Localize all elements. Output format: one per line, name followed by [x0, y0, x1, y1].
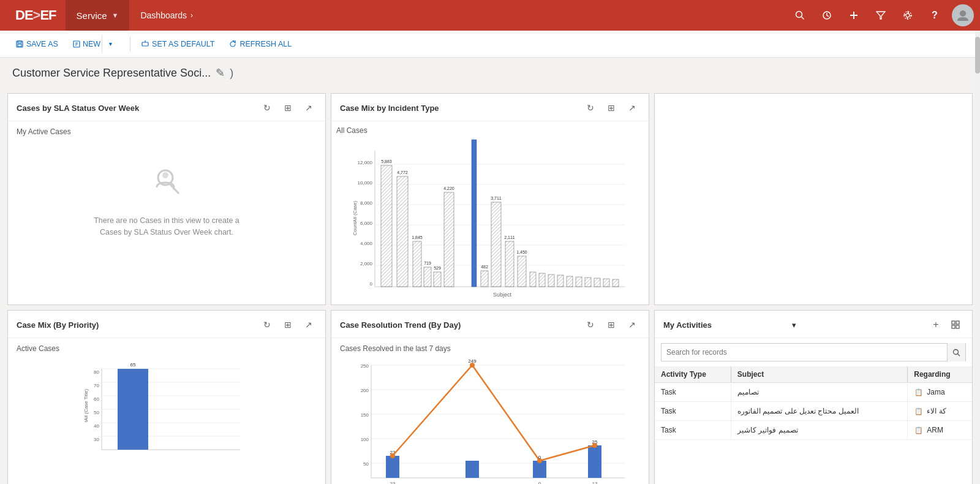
svg-text:529: 529: [434, 266, 441, 270]
nav-service[interactable]: Service ▼: [66, 0, 130, 31]
new-icon-btn[interactable]: [842, 3, 866, 28]
history-icon-btn[interactable]: [815, 3, 839, 28]
svg-rect-62: [530, 272, 536, 287]
svg-text:CountAll (Case): CountAll (Case): [352, 200, 358, 235]
svg-rect-16: [142, 42, 148, 46]
activities-dropdown[interactable]: ▾: [792, 320, 796, 330]
activities-add-icon[interactable]: +: [928, 317, 944, 333]
sla-empty-text: There are no Cases in this view to creat…: [87, 215, 246, 238]
svg-text:249: 249: [468, 358, 477, 364]
activity-regarding-2: 📋 كة الاء: [908, 402, 972, 421]
activities-search-input[interactable]: [662, 348, 947, 357]
svg-rect-71: [612, 279, 619, 287]
svg-point-121: [954, 349, 959, 354]
toolbar: SAVE AS NEW ▼ SET AS DEFAULT REFRESH ALL: [0, 31, 980, 58]
svg-text:12,000: 12,000: [358, 160, 373, 165]
svg-rect-66: [567, 276, 573, 287]
svg-rect-106: [588, 445, 601, 478]
priority-expand-icon[interactable]: ↗: [301, 317, 317, 333]
svg-text:10,000: 10,000: [358, 180, 373, 186]
incident-card-body: All Cases 0 2,000 4,000 6,000 8,000 10,0…: [331, 121, 649, 304]
empty-top-right-card: [654, 93, 973, 305]
svg-rect-68: [585, 278, 591, 287]
svg-rect-70: [603, 279, 609, 287]
refresh-all-button[interactable]: REFRESH ALL: [223, 37, 298, 51]
save-as-button[interactable]: SAVE AS: [10, 37, 64, 51]
dashboard-row-1: Cases by SLA Status Over Week ↻ ⊞ ↗ My A…: [5, 91, 975, 308]
activity-type-1: Task: [655, 383, 731, 402]
sla-expand-icon[interactable]: ↗: [301, 100, 317, 116]
nav-dashboards[interactable]: Dashboards ›: [129, 0, 204, 31]
svg-rect-11: [18, 44, 21, 47]
page-scrollbar[interactable]: [975, 31, 980, 484]
dashboard-row-2: Case Mix (By Priority) ↻ ⊞ ↗ Active Case…: [5, 308, 975, 484]
svg-rect-60: [518, 256, 526, 287]
svg-rect-119: [952, 325, 955, 328]
priority-card-body: Active Cases 80 70 60 50 40 30: [8, 338, 325, 484]
sla-refresh-icon[interactable]: ↻: [259, 100, 275, 116]
svg-text:4,220: 4,220: [443, 186, 454, 191]
activities-search-icon[interactable]: [947, 343, 965, 361]
regarding-icon-1: 📋: [914, 387, 924, 397]
resolution-refresh-icon[interactable]: ↻: [582, 317, 598, 333]
incident-subtitle: All Cases: [336, 126, 644, 135]
new-dropdown-icon[interactable]: ▼: [102, 36, 119, 53]
svg-rect-48: [434, 272, 441, 287]
set-default-button[interactable]: SET AS DEFAULT: [135, 37, 221, 51]
priority-refresh-icon[interactable]: ↻: [259, 317, 275, 333]
svg-rect-67: [576, 277, 582, 287]
svg-text:80: 80: [94, 369, 99, 375]
dashboard-title-bar: Customer Service Representative Soci... …: [0, 58, 980, 88]
nav-icons: ?: [788, 3, 974, 28]
activities-search-bar[interactable]: [661, 343, 966, 361]
regarding-icon-3: 📋: [914, 425, 924, 435]
svg-rect-50: [444, 192, 454, 287]
svg-text:4,772: 4,772: [397, 170, 408, 175]
svg-point-8: [960, 10, 966, 17]
svg-rect-64: [548, 274, 554, 287]
activity-row-3[interactable]: Task تصميم فواتير كاشير 📋 ARM: [655, 421, 972, 440]
new-button[interactable]: NEW ▼: [67, 32, 125, 56]
incident-grid-icon[interactable]: ⊞: [603, 100, 619, 116]
svg-text:10,501: 10,501: [467, 138, 481, 139]
activity-row-1[interactable]: Task تصاميم 📋 Jama: [655, 383, 972, 402]
sla-status-card: Cases by SLA Status Over Week ↻ ⊞ ↗ My A…: [7, 93, 326, 305]
svg-text:23: 23: [390, 481, 396, 484]
priority-grid-icon[interactable]: ⊞: [280, 317, 296, 333]
svg-text:5,883: 5,883: [381, 159, 392, 164]
svg-rect-63: [539, 273, 545, 287]
incident-type-card: Case Mix by Incident Type ↻ ⊞ ↗ All Case…: [331, 93, 649, 305]
resolution-chart: 250 200 150 100 50 23: [340, 357, 640, 484]
search-icon-btn[interactable]: [788, 3, 812, 28]
resolution-grid-icon[interactable]: ⊞: [603, 317, 619, 333]
user-avatar[interactable]: [952, 4, 974, 26]
settings-icon-btn[interactable]: [895, 3, 920, 28]
activity-row-2[interactable]: Task العميل محتاج تعديل على تصميم الفاتو…: [655, 402, 972, 421]
svg-text:150: 150: [361, 412, 369, 418]
filter-icon-btn[interactable]: [869, 3, 893, 28]
help-icon-btn[interactable]: ?: [922, 3, 947, 28]
incident-expand-icon[interactable]: ↗: [624, 100, 640, 116]
activity-type-3: Task: [655, 421, 731, 440]
close-edit-icon[interactable]: ): [230, 67, 233, 80]
sla-grid-icon[interactable]: ⊞: [280, 100, 296, 116]
sla-empty-icon: [148, 164, 185, 208]
priority-card-header: Case Mix (By Priority) ↻ ⊞ ↗: [8, 311, 325, 338]
resolution-card-body: Cases Resolved in the last 7 days 250 20…: [331, 338, 649, 484]
activities-layout-icon[interactable]: [948, 317, 963, 333]
activities-chevron-icon: ▾: [792, 320, 796, 330]
page-scrollbar-thumb[interactable]: [975, 37, 980, 74]
sla-card-body: My Active Cases There are no Cases in th…: [8, 121, 325, 304]
logo[interactable]: DE>EF: [6, 0, 66, 31]
svg-text:2,000: 2,000: [360, 261, 373, 267]
svg-rect-117: [952, 321, 955, 324]
edit-title-icon[interactable]: ✎: [216, 66, 225, 80]
svg-rect-42: [397, 176, 408, 287]
svg-text:70: 70: [94, 383, 99, 388]
svg-point-108: [390, 453, 395, 458]
resolution-card-title: Case Resolution Trend (By Day): [340, 320, 578, 330]
incident-refresh-icon[interactable]: ↻: [582, 100, 598, 116]
svg-text:0: 0: [538, 455, 541, 460]
resolution-expand-icon[interactable]: ↗: [624, 317, 640, 333]
svg-text:Subject: Subject: [493, 292, 512, 298]
